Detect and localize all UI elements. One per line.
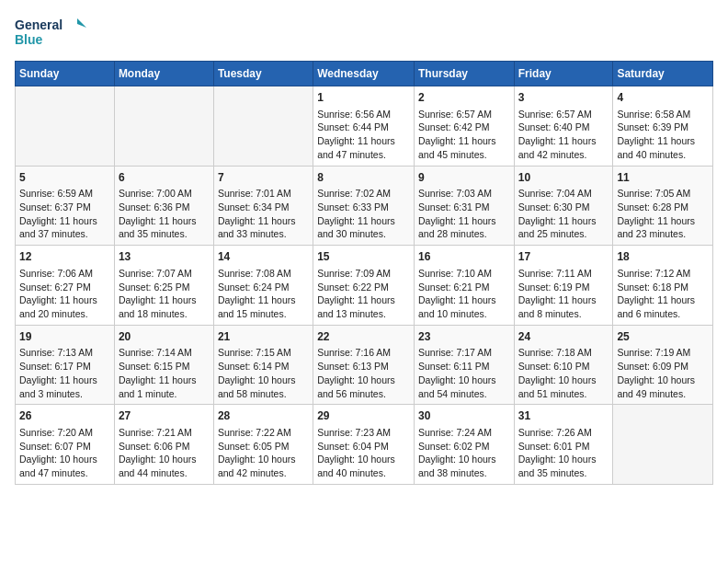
day-info: and 56 minutes. (317, 387, 410, 401)
calendar-cell: 4Sunrise: 6:58 AMSunset: 6:39 PMDaylight… (613, 86, 713, 167)
day-info: and 1 minute. (119, 387, 210, 401)
calendar-cell: 21Sunrise: 7:15 AMSunset: 6:14 PMDayligh… (213, 325, 313, 405)
day-number: 15 (317, 249, 410, 265)
calendar-cell: 27Sunrise: 7:21 AMSunset: 6:06 PMDayligh… (114, 405, 213, 485)
day-info: Daylight: 11 hours (617, 293, 709, 307)
day-number: 21 (218, 329, 309, 345)
day-number: 20 (119, 329, 210, 345)
day-info: Daylight: 11 hours (119, 214, 210, 228)
day-info: Sunset: 6:33 PM (317, 201, 410, 214)
weekday-header-monday: Monday (114, 62, 213, 86)
day-info: Daylight: 11 hours (617, 214, 709, 228)
day-info: Sunrise: 7:21 AM (119, 426, 210, 440)
calendar-cell: 29Sunrise: 7:23 AMSunset: 6:04 PMDayligh… (313, 405, 415, 485)
calendar-cell: 14Sunrise: 7:08 AMSunset: 6:24 PMDayligh… (213, 246, 313, 326)
day-info: and 42 minutes. (518, 148, 609, 162)
calendar-cell: 22Sunrise: 7:16 AMSunset: 6:13 PMDayligh… (313, 325, 415, 405)
calendar-cell (16, 86, 115, 167)
day-number: 25 (617, 329, 709, 345)
day-info: and 42 minutes. (218, 466, 309, 480)
day-info: and 51 minutes. (518, 387, 609, 401)
day-number: 5 (19, 170, 110, 186)
day-number: 17 (518, 249, 609, 265)
weekday-header-row: SundayMondayTuesdayWednesdayThursdayFrid… (16, 62, 713, 86)
day-info: Sunset: 6:18 PM (617, 281, 709, 294)
weekday-header-sunday: Sunday (16, 62, 115, 86)
day-info: Sunset: 6:07 PM (19, 440, 110, 454)
calendar-cell: 24Sunrise: 7:18 AMSunset: 6:10 PMDayligh… (514, 325, 613, 405)
calendar-cell: 18Sunrise: 7:12 AMSunset: 6:18 PMDayligh… (613, 246, 713, 326)
day-info: Daylight: 11 hours (317, 134, 410, 148)
day-info: and 10 minutes. (418, 307, 510, 321)
day-info: Sunrise: 7:18 AM (518, 346, 609, 360)
day-info: Sunrise: 7:01 AM (218, 187, 309, 201)
day-info: and 18 minutes. (119, 307, 210, 321)
day-info: Sunrise: 7:06 AM (19, 267, 110, 281)
day-info: Sunset: 6:02 PM (418, 440, 510, 454)
day-info: Daylight: 10 hours (119, 453, 210, 466)
day-info: Daylight: 10 hours (617, 373, 709, 387)
day-info: Sunrise: 7:03 AM (418, 187, 510, 201)
weekday-header-friday: Friday (514, 62, 613, 86)
calendar-cell: 26Sunrise: 7:20 AMSunset: 6:07 PMDayligh… (16, 405, 115, 485)
day-info: and 20 minutes. (19, 307, 110, 321)
logo: General Blue (15, 15, 88, 52)
calendar-cell: 19Sunrise: 7:13 AMSunset: 6:17 PMDayligh… (16, 325, 115, 405)
calendar-cell: 30Sunrise: 7:24 AMSunset: 6:02 PMDayligh… (414, 405, 514, 485)
day-info: Sunset: 6:44 PM (317, 121, 410, 134)
day-number: 8 (317, 170, 410, 186)
calendar-cell: 1Sunrise: 6:56 AMSunset: 6:44 PMDaylight… (313, 86, 415, 167)
calendar-cell: 8Sunrise: 7:02 AMSunset: 6:33 PMDaylight… (313, 166, 415, 246)
day-info: Daylight: 11 hours (19, 373, 110, 387)
day-info: and 54 minutes. (418, 387, 510, 401)
day-info: and 40 minutes. (317, 466, 410, 480)
day-info: Sunrise: 7:10 AM (418, 267, 510, 281)
day-info: and 30 minutes. (317, 227, 410, 241)
day-info: and 8 minutes. (518, 307, 609, 321)
weekday-header-wednesday: Wednesday (313, 62, 415, 86)
calendar-cell: 3Sunrise: 6:57 AMSunset: 6:40 PMDaylight… (514, 86, 613, 167)
calendar-cell (114, 86, 213, 167)
day-number: 11 (617, 170, 709, 186)
day-info: Daylight: 11 hours (119, 373, 210, 387)
day-info: Daylight: 10 hours (218, 373, 309, 387)
svg-text:Blue: Blue (15, 32, 43, 47)
day-info: Sunset: 6:36 PM (119, 201, 210, 214)
day-info: and 35 minutes. (119, 227, 210, 241)
calendar-cell: 11Sunrise: 7:05 AMSunset: 6:28 PMDayligh… (613, 166, 713, 246)
day-info: Daylight: 11 hours (518, 214, 609, 228)
day-info: Sunset: 6:25 PM (119, 281, 210, 294)
day-info: Sunrise: 7:02 AM (317, 187, 410, 201)
calendar-cell: 28Sunrise: 7:22 AMSunset: 6:05 PMDayligh… (213, 405, 313, 485)
day-info: Sunrise: 6:58 AM (617, 108, 709, 121)
calendar-cell: 15Sunrise: 7:09 AMSunset: 6:22 PMDayligh… (313, 246, 415, 326)
day-info: Sunset: 6:19 PM (518, 281, 609, 294)
logo-svg: General Blue (15, 15, 88, 52)
day-info: and 49 minutes. (617, 387, 709, 401)
day-info: Sunrise: 7:20 AM (19, 426, 110, 440)
day-number: 4 (617, 90, 709, 106)
day-info: and 47 minutes. (19, 466, 110, 480)
day-number: 3 (518, 90, 609, 106)
day-info: Daylight: 11 hours (19, 214, 110, 228)
day-info: Daylight: 11 hours (218, 214, 309, 228)
day-info: and 38 minutes. (418, 466, 510, 480)
calendar-cell: 9Sunrise: 7:03 AMSunset: 6:31 PMDaylight… (414, 166, 514, 246)
day-info: Sunset: 6:04 PM (317, 440, 410, 454)
day-info: Daylight: 11 hours (119, 293, 210, 307)
calendar-cell: 16Sunrise: 7:10 AMSunset: 6:21 PMDayligh… (414, 246, 514, 326)
day-info: Sunrise: 7:24 AM (418, 426, 510, 440)
day-info: and 45 minutes. (418, 148, 510, 162)
day-info: Daylight: 10 hours (518, 453, 609, 466)
calendar-cell: 12Sunrise: 7:06 AMSunset: 6:27 PMDayligh… (16, 246, 115, 326)
day-info: and 28 minutes. (418, 227, 510, 241)
day-info: Sunset: 6:30 PM (518, 201, 609, 214)
day-info: Sunrise: 6:59 AM (19, 187, 110, 201)
calendar-table: SundayMondayTuesdayWednesdayThursdayFrid… (15, 61, 713, 485)
day-info: and 44 minutes. (119, 466, 210, 480)
day-info: Sunrise: 7:13 AM (19, 346, 110, 360)
calendar-cell: 5Sunrise: 6:59 AMSunset: 6:37 PMDaylight… (16, 166, 115, 246)
calendar-week-row: 12Sunrise: 7:06 AMSunset: 6:27 PMDayligh… (16, 246, 713, 326)
day-number: 24 (518, 329, 609, 345)
day-info: Sunrise: 7:26 AM (518, 426, 609, 440)
